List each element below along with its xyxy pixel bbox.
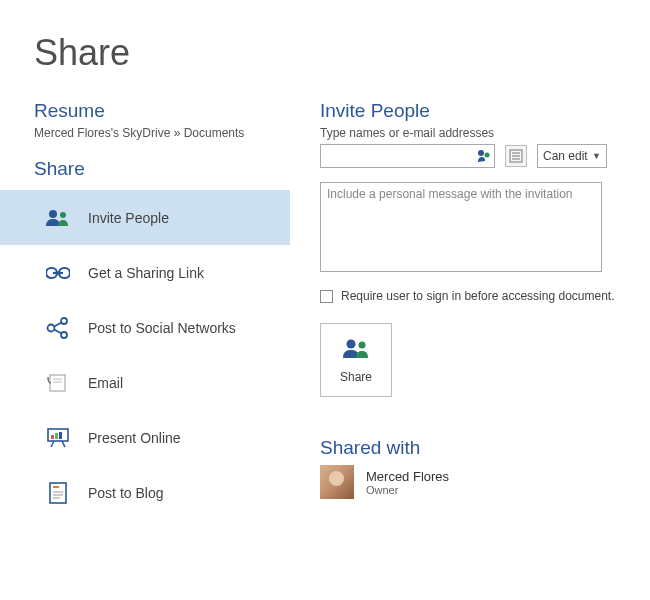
breadcrumb[interactable]: Merced Flores's SkyDrive » Documents bbox=[34, 126, 290, 140]
person-name: Merced Flores bbox=[366, 469, 449, 484]
sidebar-item-label: Post to Blog bbox=[88, 485, 164, 501]
svg-rect-14 bbox=[51, 435, 54, 439]
svg-rect-10 bbox=[50, 375, 65, 391]
svg-point-1 bbox=[60, 212, 66, 218]
blog-icon bbox=[44, 479, 72, 507]
share-menu: Invite People Get a Sharing Link bbox=[0, 190, 290, 520]
svg-rect-15 bbox=[55, 433, 58, 439]
svg-point-31 bbox=[359, 341, 366, 348]
invite-names-input[interactable] bbox=[320, 144, 495, 168]
permission-selected-label: Can edit bbox=[543, 149, 588, 163]
svg-point-24 bbox=[478, 150, 484, 156]
sidebar-item-label: Email bbox=[88, 375, 123, 391]
svg-rect-20 bbox=[53, 486, 59, 488]
sidebar-item-label: Post to Social Networks bbox=[88, 320, 236, 336]
svg-point-25 bbox=[485, 153, 490, 158]
sidebar-item-post-blog[interactable]: Post to Blog bbox=[0, 465, 290, 520]
sidebar-item-social[interactable]: Post to Social Networks bbox=[0, 300, 290, 355]
sidebar-item-sharing-link[interactable]: Get a Sharing Link bbox=[0, 245, 290, 300]
svg-point-5 bbox=[48, 324, 55, 331]
invite-caption: Type names or e-mail addresses bbox=[320, 126, 616, 140]
svg-point-7 bbox=[61, 332, 67, 338]
svg-point-6 bbox=[61, 318, 67, 324]
sidebar-item-label: Invite People bbox=[88, 210, 169, 226]
require-signin-checkbox[interactable] bbox=[320, 290, 333, 303]
sidebar-item-label: Get a Sharing Link bbox=[88, 265, 204, 281]
svg-line-9 bbox=[54, 329, 62, 333]
shared-person[interactable]: Merced Flores Owner bbox=[320, 465, 616, 499]
svg-line-17 bbox=[51, 441, 54, 447]
shared-with-title: Shared with bbox=[320, 437, 616, 459]
document-name: Resume bbox=[34, 100, 290, 122]
svg-point-0 bbox=[49, 210, 57, 218]
invite-panel-title: Invite People bbox=[320, 100, 616, 122]
svg-point-30 bbox=[347, 339, 356, 348]
sidebar-item-invite-people[interactable]: Invite People bbox=[0, 190, 290, 245]
sidebar-item-label: Present Online bbox=[88, 430, 181, 446]
share-section-label: Share bbox=[34, 158, 290, 180]
require-signin-label: Require user to sign in before accessing… bbox=[341, 289, 615, 303]
sidebar-item-present-online[interactable]: Present Online bbox=[0, 410, 290, 465]
chevron-down-icon: ▼ bbox=[592, 151, 601, 161]
svg-line-18 bbox=[62, 441, 65, 447]
person-role: Owner bbox=[366, 484, 449, 496]
email-icon bbox=[44, 369, 72, 397]
check-names-icon[interactable] bbox=[476, 148, 492, 167]
invite-message-input[interactable] bbox=[320, 182, 602, 272]
present-icon bbox=[44, 424, 72, 452]
avatar bbox=[320, 465, 354, 499]
page-title: Share bbox=[34, 32, 616, 74]
address-book-icon bbox=[509, 149, 523, 163]
svg-line-8 bbox=[54, 322, 62, 326]
people-icon bbox=[44, 204, 72, 232]
permission-select[interactable]: Can edit ▼ bbox=[537, 144, 607, 168]
svg-rect-16 bbox=[59, 432, 62, 439]
sidebar-item-email[interactable]: Email bbox=[0, 355, 290, 410]
share-button[interactable]: Share bbox=[320, 323, 392, 397]
link-icon bbox=[44, 259, 72, 287]
social-icon bbox=[44, 314, 72, 342]
address-book-button[interactable] bbox=[505, 145, 527, 167]
share-button-label: Share bbox=[340, 370, 372, 384]
people-icon bbox=[341, 337, 371, 362]
